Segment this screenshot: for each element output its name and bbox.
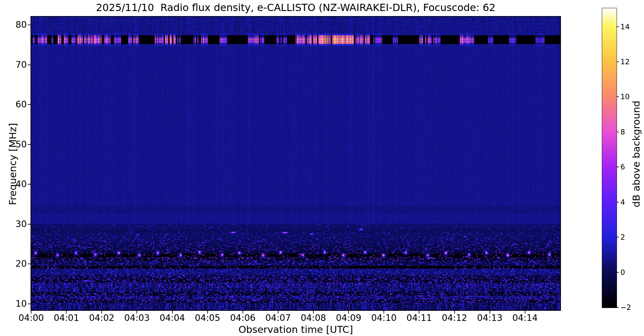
x-tick-label: 04:06: [222, 313, 263, 323]
plot-frame: [31, 16, 561, 311]
colorbar-tick-mark: [617, 202, 619, 202]
y-tick-mark: [28, 65, 31, 65]
colorbar-tick-label: 12: [620, 57, 642, 66]
colorbar-tick-mark: [617, 167, 619, 167]
colorbar-tick-label: −2: [620, 303, 642, 312]
x-tick-label: 04:09: [328, 313, 369, 323]
x-tick-label: 04:13: [469, 313, 510, 323]
y-tick-label: 20: [0, 259, 27, 269]
y-tick-label: 80: [0, 20, 27, 30]
x-tick-label: 04:11: [399, 313, 440, 323]
colorbar-tick-mark: [617, 132, 619, 132]
x-tick-label: 04:14: [505, 313, 546, 323]
colorbar-tick-mark: [617, 307, 619, 308]
x-tick-label: 04:10: [363, 313, 404, 323]
x-tick-label: 04:00: [11, 313, 52, 323]
colorbar-gradient: [602, 8, 617, 308]
x-tick-label: 04:03: [116, 313, 157, 323]
x-tick-label: 04:08: [293, 313, 334, 323]
y-tick-mark: [28, 184, 31, 185]
x-tick-label: 04:02: [81, 313, 122, 323]
colorbar-frame: [602, 8, 617, 308]
colorbar-label: dB above background: [630, 91, 642, 217]
x-tick-label: 04:04: [152, 313, 193, 323]
y-tick-mark: [28, 304, 31, 304]
x-axis-label: Observation time [UTC]: [31, 324, 560, 335]
x-tick-label: 04:07: [258, 313, 299, 323]
colorbar-tick-label: 0: [620, 268, 642, 277]
y-tick-mark: [28, 144, 31, 145]
y-tick-mark: [28, 264, 31, 264]
y-tick-mark: [28, 104, 31, 105]
y-tick-label: 70: [0, 60, 27, 70]
colorbar-tick-label: 2: [620, 233, 642, 242]
plot-title: 2025/11/10 Radio flux density, e-CALLIST…: [31, 2, 560, 14]
colorbar-tick-mark: [617, 272, 619, 273]
colorbar-tick-mark: [617, 96, 619, 97]
x-tick-label: 04:01: [46, 313, 87, 323]
y-tick-mark: [28, 224, 31, 225]
colorbar-tick-mark: [617, 237, 619, 237]
x-tick-label: 04:05: [187, 313, 228, 323]
x-tick-label: 04:12: [434, 313, 475, 323]
y-axis-label: Frequency [MHz]: [7, 101, 18, 227]
colorbar-tick-mark: [617, 26, 619, 27]
colorbar-label-wrap: dB above background: [630, 95, 642, 221]
radio-spectrogram-figure: 2025/11/10 Radio flux density, e-CALLIST…: [0, 0, 644, 336]
y-tick-mark: [28, 25, 31, 25]
colorbar-tick-mark: [617, 61, 619, 62]
colorbar-tick-label: 14: [620, 22, 642, 31]
y-tick-label: 10: [0, 299, 27, 309]
